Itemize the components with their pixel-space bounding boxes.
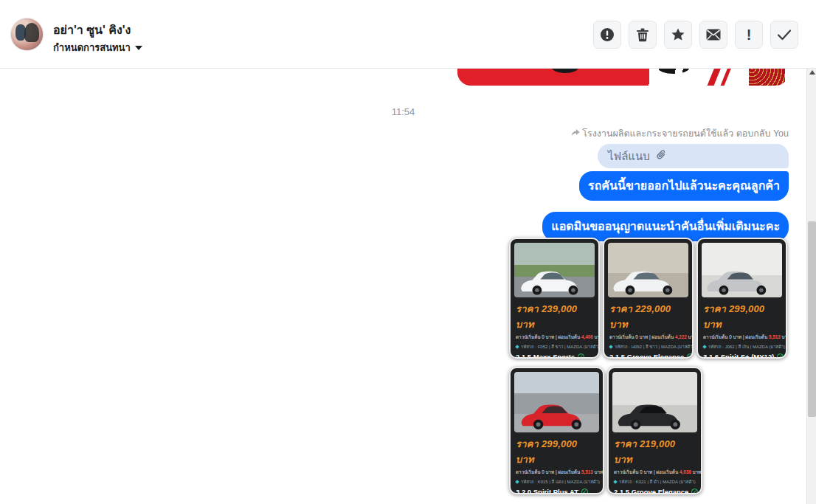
car-info: ราคา 239,000 บาท ดาวน์เริ่มต้น 0 บาท | ผ… bbox=[511, 300, 598, 359]
tag-icon bbox=[702, 345, 707, 349]
mark-done-button[interactable] bbox=[770, 21, 798, 49]
outgoing-message: รถคันนี้ขายออกไปแล้วนะคะคุณลูกค้า bbox=[579, 171, 789, 201]
avatar[interactable] bbox=[10, 18, 44, 51]
car-code-text: รหัสรถ : K021 | สี ดำ | MAZDA (มาสด้า) bbox=[619, 478, 696, 486]
car-price: ราคา 239,000 บาท bbox=[516, 301, 593, 332]
tag-icon bbox=[515, 345, 519, 349]
verified-check-icon: ✓ bbox=[687, 353, 694, 359]
image-attachment-partial[interactable] bbox=[457, 69, 789, 86]
car-code-text: รหัสรถ : F052 | สี ขาว | MAZDA (มาสด้า) bbox=[521, 343, 600, 351]
scrollbar-thumb[interactable] bbox=[808, 221, 816, 417]
car-code-line: รหัสรถ : K015 | สี แดง | MAZDA (มาสด้า) bbox=[516, 478, 598, 486]
car-listing-card-1[interactable]: ราคา 239,000 บาท ดาวน์เริ่มต้น 0 บาท | ผ… bbox=[509, 238, 600, 359]
car-code-line: รหัสรถ : F052 | สี ขาว | MAZDA (มาสด้า) bbox=[516, 343, 593, 351]
delete-button[interactable] bbox=[629, 21, 657, 49]
report-circle-icon bbox=[600, 27, 615, 42]
car-info: ราคา 229,000 บาท ดาวน์เริ่มต้น 0 บาท | ผ… bbox=[604, 300, 692, 359]
car-model: 2 1.5 Groove Elegance✓ bbox=[614, 488, 696, 494]
car-listing-card-3[interactable]: ราคา 299,000 บาท ดาวน์เริ่มต้น 0 บาท | ผ… bbox=[696, 238, 787, 359]
installment-amount: 4,038 bbox=[680, 469, 691, 474]
down-prefix: ดาวน์เริ่มต้น 0 บาท | ผ่อนเริ่มต้น bbox=[516, 469, 581, 474]
contact-name: อย่า'า ซูน' คิง'ง bbox=[53, 21, 131, 39]
car-model-text: 2 1.5 Maxx Sports bbox=[516, 353, 575, 359]
car-code-text: รหัสรถ : K015 | สี แดง | MAZDA (มาสด้า) bbox=[521, 478, 600, 486]
chat-message-area: 11:54 โรงงานผลิตและกระจายรถยนต์ใช้แล้ว ต… bbox=[0, 69, 806, 504]
reply-status-text: โรงงานผลิตและกระจายรถยนต์ใช้แล้ว ตอบกลับ… bbox=[582, 126, 789, 141]
tag-icon bbox=[609, 345, 613, 349]
conversation-label-dropdown[interactable]: กำหนดการสนทนา bbox=[53, 40, 142, 55]
down-prefix: ดาวน์เริ่มต้น 0 บาท | ผ่อนเริ่มต้น bbox=[609, 334, 675, 339]
car-cards-row-2: ราคา 299,000 บาท ดาวน์เริ่มต้น 0 บาท | ผ… bbox=[509, 367, 702, 494]
down-suffix: บาท | 84 งวด bbox=[781, 334, 787, 339]
chevron-down-icon bbox=[135, 46, 142, 50]
tag-icon bbox=[613, 480, 618, 484]
outgoing-message: แอดมินขออนุญาตแนะนำคันอื่นเพิ่มเติมนะคะ bbox=[542, 212, 789, 241]
banner-person bbox=[749, 69, 785, 86]
down-prefix: ดาวน์เริ่มต้น 0 บาท | ผ่อนเริ่มต้น bbox=[703, 334, 769, 339]
down-prefix: ดาวน์เริ่มต้น 0 บาท | ผ่อนเริ่มต้น bbox=[516, 334, 581, 339]
exclamation-icon: ! bbox=[747, 27, 752, 42]
header-actions: ! bbox=[593, 21, 798, 49]
report-button[interactable] bbox=[593, 21, 621, 49]
car-model-text: 3 2.0 Spirit Plus AT bbox=[516, 488, 578, 494]
car-cards-row-1: ราคา 239,000 บาท ดาวน์เริ่มต้น 0 บาท | ผ… bbox=[509, 238, 787, 359]
installment-amount: 5,513 bbox=[769, 334, 781, 339]
car-info: ราคา 299,000 บาท ดาวน์เริ่มต้น 0 บาท | ผ… bbox=[698, 300, 786, 359]
car-photo bbox=[608, 243, 688, 297]
car-model: 3 2.0 Spirit Plus AT✓ bbox=[516, 488, 598, 494]
down-suffix: บาท | 84 งวด bbox=[687, 334, 694, 339]
car-info: ราคา 299,000 บาท ดาวน์เริ่มต้น 0 บาท | ผ… bbox=[511, 435, 603, 494]
scroll-up-arrow-icon[interactable] bbox=[809, 70, 815, 75]
car-price: ราคา 299,000 บาท bbox=[516, 436, 598, 467]
car-model: 2 1.5 Maxx Sports✓ bbox=[516, 353, 593, 359]
car-info: ราคา 219,000 บาท ดาวน์เริ่มต้น 0 บาท | ผ… bbox=[609, 435, 701, 494]
car-listing-card-4[interactable]: ราคา 299,000 บาท ดาวน์เริ่มต้น 0 บาท | ผ… bbox=[509, 367, 604, 494]
car-listing-card-5[interactable]: ราคา 219,000 บาท ดาวน์เริ่มต้น 0 บาท | ผ… bbox=[607, 367, 702, 494]
car-photo bbox=[514, 243, 595, 297]
installment-amount: 4,406 bbox=[581, 334, 593, 339]
car-model: 2 1.5 Groove Elegance✓ bbox=[609, 353, 687, 359]
star-button[interactable] bbox=[664, 21, 692, 49]
car-downpayment: ดาวน์เริ่มต้น 0 บาท | ผ่อนเริ่มต้น 5,513… bbox=[516, 469, 598, 476]
down-suffix: บาท | 84 งวด bbox=[593, 334, 600, 339]
car-price: ราคา 299,000 บาท bbox=[703, 301, 781, 332]
attachment-label: ไฟล์แนบ bbox=[608, 148, 650, 165]
car-code-line: รหัสรถ : K021 | สี ดำ | MAZDA (มาสด้า) bbox=[614, 478, 696, 486]
verified-check-icon: ✓ bbox=[581, 489, 588, 494]
conversation-label: กำหนดการสนทนา bbox=[53, 40, 131, 55]
banner-stripes bbox=[636, 69, 709, 86]
car-downpayment: ดาวน์เริ่มต้น 0 บาท | ผ่อนเริ่มต้น 4,038… bbox=[614, 469, 696, 476]
car-listing-card-2[interactable]: ราคา 229,000 บาท ดาวน์เริ่มต้น 0 บาท | ผ… bbox=[603, 238, 694, 359]
car-model-text: 2 1.5 Groove Elegance bbox=[609, 353, 684, 359]
car-code-text: รหัสรถ : H092 | สี ขาว | MAZDA (มาสด้า) bbox=[615, 343, 694, 351]
down-suffix: บาท | 84 งวด bbox=[593, 469, 604, 474]
car-model-text: 3 1.6 Spirit S+ (MY12) bbox=[703, 353, 774, 359]
car-downpayment: ดาวน์เริ่มต้น 0 บาท | ผ่อนเริ่มต้น 5,513… bbox=[703, 334, 781, 341]
verified-check-icon: ✓ bbox=[777, 353, 784, 359]
file-attachment-bubble[interactable]: ไฟล์แนบ bbox=[598, 144, 789, 168]
check-icon bbox=[777, 29, 792, 41]
trash-icon bbox=[636, 27, 649, 42]
verified-check-icon: ✓ bbox=[691, 489, 698, 494]
car-price: ราคา 229,000 บาท bbox=[609, 301, 687, 332]
timestamp: 11:54 bbox=[0, 106, 806, 117]
verified-check-icon: ✓ bbox=[578, 353, 584, 359]
installment-amount: 5,513 bbox=[581, 469, 593, 474]
down-prefix: ดาวน์เริ่มต้น 0 บาท | ผ่อนเริ่มต้น bbox=[614, 469, 680, 474]
car-code-text: รหัสรถ : J062 | สี เงิน | MAZDA (มาสด้า) bbox=[708, 343, 786, 351]
car-price: ราคา 219,000 บาท bbox=[614, 436, 696, 467]
car-downpayment: ดาวน์เริ่มต้น 0 บาท | ผ่อนเริ่มต้น 4,222… bbox=[609, 334, 687, 341]
car-photo bbox=[612, 372, 697, 432]
scrollbar[interactable] bbox=[806, 69, 816, 504]
installment-amount: 4,222 bbox=[675, 334, 687, 339]
banner-graphic bbox=[552, 69, 578, 73]
car-code-line: รหัสรถ : H092 | สี ขาว | MAZDA (มาสด้า) bbox=[609, 343, 687, 351]
star-icon bbox=[671, 27, 685, 42]
envelope-icon bbox=[706, 29, 721, 41]
car-model: 3 1.6 Spirit S+ (MY12)✓ bbox=[703, 353, 781, 359]
car-model-text: 2 1.5 Groove Elegance bbox=[614, 488, 688, 494]
mark-important-button[interactable]: ! bbox=[735, 21, 763, 49]
conversation-header: อย่า'า ซูน' คิง'ง กำหนดการสนทนา ! bbox=[0, 0, 816, 69]
mark-unread-button[interactable] bbox=[699, 21, 727, 49]
car-photo bbox=[514, 372, 599, 432]
